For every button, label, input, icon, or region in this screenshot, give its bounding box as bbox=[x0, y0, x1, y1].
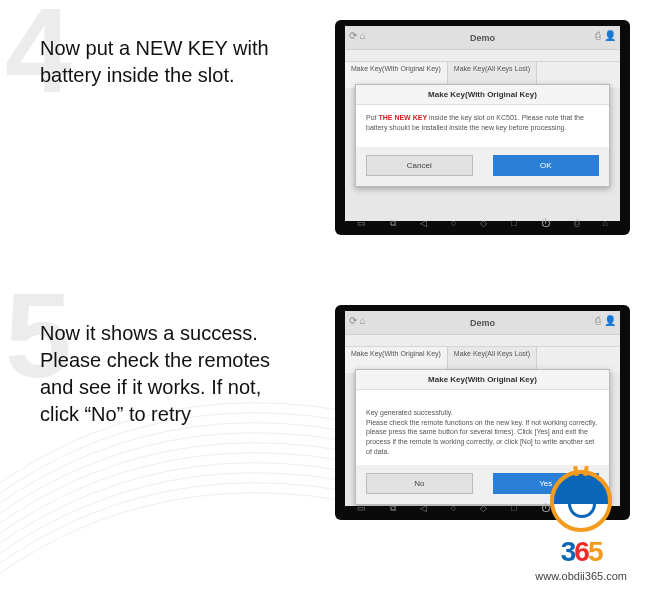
app-header: ⟳ ⌂ Demo ⎙ 👤 bbox=[345, 26, 620, 50]
header-title: Demo bbox=[345, 26, 620, 50]
nav-icon[interactable]: ▭ bbox=[357, 503, 366, 513]
android-navbar: ▭ ⧉ ◁ ○ ◇ □ ⏻ ⎙ ⌂ bbox=[345, 217, 620, 229]
nav-icon[interactable]: ◇ bbox=[480, 218, 487, 228]
logo-url: www.obdii365.com bbox=[535, 570, 627, 582]
nav-icon[interactable]: ⌂ bbox=[602, 218, 607, 228]
step-4: 4 Now put a NEW KEY with battery inside … bbox=[0, 0, 645, 245]
step-text: Now it shows a success. Please check the… bbox=[15, 305, 305, 428]
tablet-screen: ⟳ ⌂ Demo ⎙ 👤 Make Key(With Original Key)… bbox=[345, 26, 620, 221]
nav-recent-icon[interactable]: □ bbox=[511, 503, 516, 513]
nav-icon[interactable]: ▭ bbox=[357, 218, 366, 228]
dialog-text-highlight: THE NEW KEY bbox=[378, 114, 427, 121]
brand-logo: 365 www.obdii365.com bbox=[535, 470, 627, 582]
header-actions[interactable]: ⎙ 👤 bbox=[595, 315, 616, 326]
step-text: Now put a NEW KEY with battery inside th… bbox=[15, 20, 305, 89]
subheader bbox=[345, 335, 620, 347]
app-header: ⟳ ⌂ Demo ⎙ 👤 bbox=[345, 311, 620, 335]
nav-back-icon[interactable]: ◁ bbox=[420, 218, 427, 228]
logo-digit: 3 bbox=[561, 536, 575, 567]
tablet-frame: ⟳ ⌂ Demo ⎙ 👤 Make Key(With Original Key)… bbox=[335, 20, 630, 235]
ok-button[interactable]: OK bbox=[493, 155, 600, 176]
back-icon[interactable]: ⟳ ⌂ bbox=[349, 30, 366, 41]
dialog-title: Make Key(With Original Key) bbox=[356, 85, 609, 105]
dialog-actions: Cancel OK bbox=[356, 147, 609, 186]
nav-home-icon[interactable]: ○ bbox=[451, 503, 456, 513]
dialog-text-pre: Put bbox=[366, 114, 378, 121]
dialog: Make Key(With Original Key) Put THE NEW … bbox=[355, 84, 610, 187]
logo-face-icon bbox=[550, 470, 612, 532]
dialog-title: Make Key(With Original Key) bbox=[356, 370, 609, 390]
dialog-body: Key generated successfully. Please check… bbox=[356, 390, 609, 465]
header-actions[interactable]: ⎙ 👤 bbox=[595, 30, 616, 41]
nav-icon[interactable]: ⎙ bbox=[574, 218, 579, 228]
nav-back-icon[interactable]: ◁ bbox=[420, 503, 427, 513]
logo-digit: 6 bbox=[574, 536, 588, 567]
no-button[interactable]: No bbox=[366, 473, 473, 494]
nav-icon[interactable]: ◇ bbox=[480, 503, 487, 513]
subheader bbox=[345, 50, 620, 62]
nav-home-icon[interactable]: ○ bbox=[451, 218, 456, 228]
back-icon[interactable]: ⟳ ⌂ bbox=[349, 315, 366, 326]
header-title: Demo bbox=[345, 311, 620, 335]
logo-365: 365 bbox=[535, 536, 627, 568]
nav-power-icon[interactable]: ⏻ bbox=[541, 218, 550, 228]
dialog-text-post: Key generated successfully. Please check… bbox=[366, 409, 597, 455]
cancel-button[interactable]: Cancel bbox=[366, 155, 473, 176]
nav-icon[interactable]: ⧉ bbox=[390, 503, 396, 514]
nav-icon[interactable]: ⧉ bbox=[390, 218, 396, 229]
logo-digit: 5 bbox=[588, 536, 602, 567]
dialog-body: Put THE NEW KEY inside the key slot on K… bbox=[356, 105, 609, 147]
nav-recent-icon[interactable]: □ bbox=[511, 218, 516, 228]
